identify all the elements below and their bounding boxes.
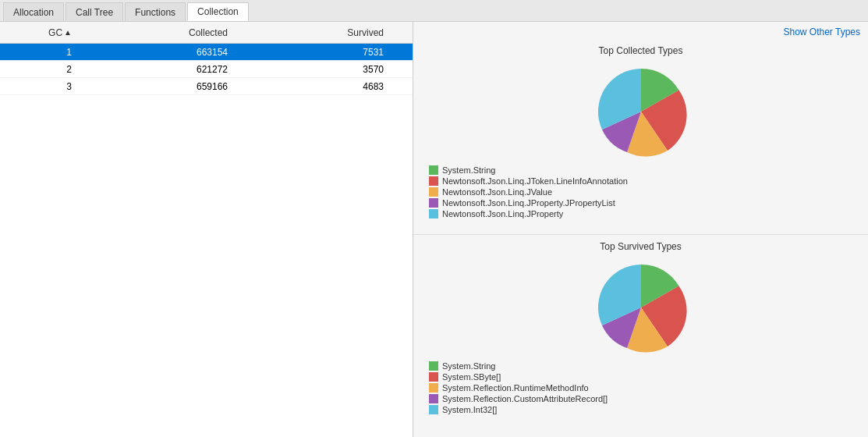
legend-label: System.Reflection.RuntimeMethodInfo [442, 383, 589, 393]
legend-item: System.SByte[] [429, 372, 852, 382]
main-content: GC ▲ Collected Survived 1 663154 7531 2 … [0, 22, 868, 437]
right-panel: Show Other Types Top Collected Types [413, 22, 868, 437]
tab-functions[interactable]: Functions [125, 2, 186, 21]
tab-call-tree[interactable]: Call Tree [66, 2, 123, 21]
tab-allocation[interactable]: Allocation [3, 2, 64, 21]
legend-color-blue [429, 405, 438, 414]
legend-label: Newtonsoft.Json.Linq.JToken.LineInfoAnno… [442, 176, 628, 186]
top-collected-legend: System.String Newtonsoft.Json.Linq.JToke… [421, 162, 860, 223]
left-panel: GC ▲ Collected Survived 1 663154 7531 2 … [0, 22, 413, 437]
col-header-gc[interactable]: GC ▲ [0, 27, 78, 38]
legend-color-green [429, 165, 438, 175]
divider [413, 234, 868, 235]
cell-gc: 1 [0, 47, 78, 58]
top-survived-legend: System.String System.SByte[] System.Refl… [421, 358, 860, 419]
legend-color-orange [429, 383, 438, 393]
tab-collection[interactable]: Collection [187, 2, 249, 21]
legend-item: System.Reflection.CustomAttributeRecord[… [429, 394, 852, 403]
legend-label: System.String [442, 165, 495, 175]
legend-item: System.Reflection.RuntimeMethodInfo [429, 383, 852, 393]
table-row[interactable]: 3 659166 4683 [0, 78, 413, 95]
legend-color-orange [429, 187, 438, 197]
top-collected-pie [586, 61, 696, 162]
legend-item: Newtonsoft.Json.Linq.JProperty.JProperty… [429, 198, 852, 208]
cell-survived: 4683 [234, 81, 390, 92]
legend-label: System.Reflection.CustomAttributeRecord[… [442, 394, 608, 403]
top-collected-title: Top Collected Types [421, 45, 860, 56]
table-header: GC ▲ Collected Survived [0, 22, 413, 44]
legend-label: System.Int32[] [442, 405, 497, 414]
cell-gc: 3 [0, 81, 78, 92]
top-survived-title: Top Survived Types [421, 241, 860, 252]
cell-collected: 663154 [78, 47, 234, 58]
top-collected-chart-area [421, 61, 860, 162]
cell-collected: 659166 [78, 81, 234, 92]
top-survived-chart-area [421, 257, 860, 358]
charts-container: Top Collected Types [413, 42, 868, 437]
col-header-survived[interactable]: Survived [234, 27, 390, 38]
table-row[interactable]: 2 621272 3570 [0, 61, 413, 78]
legend-color-red [429, 372, 438, 382]
col-gc-label: GC [48, 27, 62, 38]
legend-label: Newtonsoft.Json.Linq.JValue [442, 187, 552, 197]
top-survived-pie [586, 257, 696, 358]
col-header-collected[interactable]: Collected [78, 27, 234, 38]
legend-label: Newtonsoft.Json.Linq.JProperty [442, 209, 563, 218]
legend-item: Newtonsoft.Json.Linq.JValue [429, 187, 852, 197]
cell-survived: 3570 [234, 64, 390, 75]
cell-survived: 7531 [234, 47, 390, 58]
table-row[interactable]: 1 663154 7531 [0, 44, 413, 61]
tab-bar: Allocation Call Tree Functions Collectio… [0, 0, 868, 22]
legend-color-red [429, 176, 438, 186]
legend-label: Newtonsoft.Json.Linq.JProperty.JProperty… [442, 198, 615, 208]
legend-color-purple [429, 394, 438, 403]
legend-item: System.String [429, 361, 852, 371]
show-other-types-button[interactable]: Show Other Types [413, 22, 868, 42]
sort-arrow-gc: ▲ [64, 28, 72, 37]
legend-color-purple [429, 198, 438, 208]
top-collected-section: Top Collected Types [413, 42, 868, 231]
legend-color-blue [429, 209, 438, 218]
legend-item: Newtonsoft.Json.Linq.JToken.LineInfoAnno… [429, 176, 852, 186]
legend-item: System.String [429, 165, 852, 175]
legend-color-green [429, 361, 438, 371]
legend-item: System.Int32[] [429, 405, 852, 414]
top-survived-section: Top Survived Types [413, 238, 868, 427]
cell-gc: 2 [0, 64, 78, 75]
table-body: 1 663154 7531 2 621272 3570 3 659166 468… [0, 44, 413, 437]
legend-label: System.SByte[] [442, 372, 501, 382]
legend-item: Newtonsoft.Json.Linq.JProperty [429, 209, 852, 218]
cell-collected: 621272 [78, 64, 234, 75]
legend-label: System.String [442, 361, 495, 371]
